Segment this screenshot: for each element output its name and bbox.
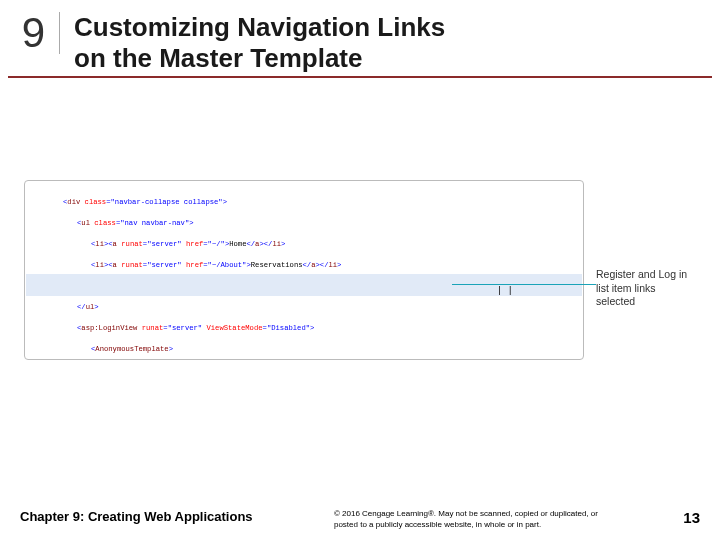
slide-header: 9 Customizing Navigation Links on the Ma… [8, 8, 712, 78]
code-content: <div class="navbar-collapse collapse"> <… [25, 181, 583, 360]
page-number: 13 [683, 509, 700, 526]
slide-footer: Chapter 9: Creating Web Applications © 2… [0, 509, 720, 530]
code-line: <ul class="nav navbar-nav"> [35, 218, 577, 228]
copyright-text: © 2016 Cengage Learning®. May not be sca… [318, 509, 618, 530]
callout-leader-line [452, 284, 596, 285]
code-line: <asp:LoginView runat="server" ViewStateM… [35, 323, 577, 333]
code-line: </ul> [35, 302, 577, 312]
code-figure: <div class="navbar-collapse collapse"> <… [24, 180, 696, 360]
text-cursor-icon: | | [497, 285, 513, 295]
code-line: <AnonymousTemplate> [35, 344, 577, 354]
title-line-1: Customizing Navigation Links [74, 12, 445, 43]
chapter-number: 9 [16, 12, 60, 54]
callout-label: Register and Log in list item links sele… [596, 268, 696, 309]
title-line-2: on the Master Template [74, 43, 445, 74]
code-line [35, 281, 577, 291]
code-line: <li><a runat="server" href="~/About">Res… [35, 260, 577, 270]
code-line: <div class="navbar-collapse collapse"> [35, 197, 577, 207]
code-editor-pane: <div class="navbar-collapse collapse"> <… [24, 180, 584, 360]
chapter-label: Chapter 9: Creating Web Applications [20, 509, 253, 524]
code-line: <li><a runat="server" href="~/">Home</a>… [35, 239, 577, 249]
slide-title: Customizing Navigation Links on the Mast… [60, 12, 445, 74]
